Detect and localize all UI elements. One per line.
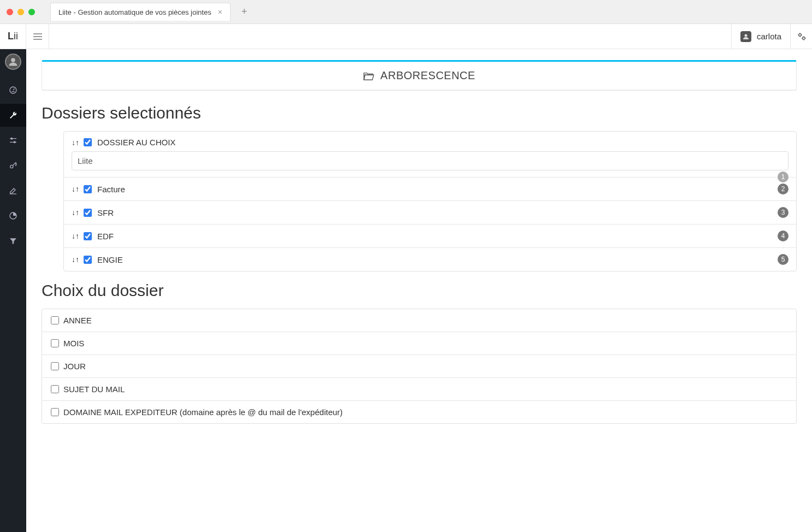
- folder-label: DOSSIER AU CHOIX: [97, 138, 175, 147]
- nav-settings[interactable]: [0, 104, 26, 127]
- choice-row: JOUR: [42, 355, 796, 378]
- username-label: carlota: [757, 32, 781, 41]
- sliders-icon: [9, 136, 17, 145]
- dashboard-icon: [9, 86, 17, 94]
- order-badge: 4: [778, 230, 789, 241]
- svg-point-6: [14, 141, 15, 143]
- svg-point-7: [10, 165, 13, 168]
- nav-keys[interactable]: [0, 154, 26, 177]
- arborescence-panel: ARBORESCENCE: [42, 60, 797, 91]
- user-menu[interactable]: carlota: [731, 24, 790, 49]
- list-row: ↓↑ Facture 2: [64, 178, 796, 201]
- choice-checkbox[interactable]: [51, 408, 59, 416]
- user-avatar-icon: [740, 31, 751, 42]
- choice-label: MOIS: [63, 339, 84, 348]
- pie-chart-icon: [9, 211, 17, 220]
- close-window-button[interactable]: [7, 9, 13, 15]
- settings-button[interactable]: [790, 24, 812, 49]
- choice-label: JOUR: [63, 362, 86, 371]
- folder-checkbox[interactable]: [84, 256, 92, 264]
- folder-checkbox[interactable]: [84, 209, 92, 217]
- choice-label: ANNEE: [63, 316, 92, 325]
- nav-edit[interactable]: [0, 179, 26, 202]
- sort-handle-icon[interactable]: ↓↑: [72, 138, 79, 147]
- main-content: ARBORESCENCE Dossiers selectionnés ↓↑ DO…: [26, 49, 812, 532]
- key-icon: [9, 161, 17, 170]
- topbar: Lii carlota: [0, 24, 812, 49]
- order-badge: 3: [778, 207, 789, 218]
- list-row-custom: ↓↑ DOSSIER AU CHOIX: [64, 132, 796, 151]
- custom-folder-input-row: 1: [64, 151, 796, 178]
- svg-point-5: [11, 138, 13, 139]
- folder-label: ENGIE: [97, 255, 123, 264]
- window-controls: [7, 9, 35, 15]
- hamburger-icon: [33, 33, 42, 40]
- choice-row: MOIS: [42, 332, 796, 355]
- folder-checkbox[interactable]: [84, 185, 92, 193]
- folder-open-icon: [363, 71, 375, 81]
- folder-label: Facture: [97, 185, 125, 194]
- svg-point-3: [11, 58, 15, 62]
- choice-checkbox[interactable]: [51, 316, 59, 324]
- close-tab-icon[interactable]: ×: [218, 8, 222, 16]
- sort-handle-icon[interactable]: ↓↑: [72, 208, 79, 217]
- selected-folders-list: ↓↑ DOSSIER AU CHOIX 1 ↓↑ Facture 2 ↓↑ SF…: [63, 131, 797, 271]
- list-row: ↓↑ ENGIE 5: [64, 248, 796, 271]
- sidebar-avatar[interactable]: [5, 54, 21, 70]
- browser-tab[interactable]: Liite - Gestion automatique de vos pièce…: [50, 3, 231, 21]
- svg-point-2: [802, 37, 805, 39]
- sort-handle-icon[interactable]: ↓↑: [72, 232, 79, 240]
- folder-label: EDF: [97, 232, 114, 241]
- sort-handle-icon[interactable]: ↓↑: [72, 185, 79, 193]
- choice-row: DOMAINE MAIL EXPEDITEUR (domaine après l…: [42, 401, 796, 423]
- minimize-window-button[interactable]: [17, 9, 24, 15]
- folder-label: SFR: [97, 208, 114, 217]
- maximize-window-button[interactable]: [28, 9, 35, 15]
- nav-sliders[interactable]: [0, 129, 26, 152]
- app-logo[interactable]: Lii: [0, 24, 26, 49]
- choice-label: SUJET DU MAIL: [63, 385, 125, 394]
- edit-icon: [9, 186, 17, 195]
- choice-row: SUJET DU MAIL: [42, 378, 796, 401]
- choice-row: ANNEE: [42, 309, 796, 332]
- new-tab-button[interactable]: +: [235, 6, 254, 17]
- folder-choice-list: ANNEE MOIS JOUR SUJET DU MAIL DOMAINE MA…: [42, 309, 797, 424]
- browser-chrome: Liite - Gestion automatique de vos pièce…: [0, 0, 812, 24]
- wrench-icon: [9, 111, 17, 120]
- choice-label: DOMAINE MAIL EXPEDITEUR (domaine après l…: [63, 407, 343, 417]
- nav-filter[interactable]: [0, 229, 26, 252]
- menu-toggle-button[interactable]: [26, 24, 49, 49]
- gears-icon: [797, 32, 807, 42]
- choice-checkbox[interactable]: [51, 385, 59, 393]
- sort-handle-icon[interactable]: ↓↑: [72, 255, 79, 264]
- list-row: ↓↑ SFR 3: [64, 201, 796, 224]
- nav-chart[interactable]: [0, 204, 26, 227]
- nav-dashboard[interactable]: [0, 79, 26, 102]
- panel-title: ARBORESCENCE: [380, 69, 475, 82]
- order-badge: 2: [778, 184, 789, 194]
- choice-title: Choix du dossier: [42, 281, 797, 300]
- folder-checkbox[interactable]: [84, 138, 92, 146]
- tab-title: Liite - Gestion automatique de vos pièce…: [58, 8, 211, 16]
- custom-folder-input[interactable]: [72, 151, 789, 170]
- selected-folders-title: Dossiers selectionnés: [42, 104, 797, 122]
- sidebar: [0, 49, 26, 532]
- svg-point-0: [744, 34, 747, 37]
- filter-icon: [9, 237, 17, 245]
- svg-point-1: [798, 33, 801, 36]
- list-row: ↓↑ EDF 4: [64, 224, 796, 248]
- folder-checkbox[interactable]: [84, 232, 92, 240]
- choice-checkbox[interactable]: [51, 362, 59, 370]
- order-badge: 5: [778, 254, 789, 265]
- panel-header: ARBORESCENCE: [42, 62, 796, 90]
- choice-checkbox[interactable]: [51, 339, 59, 347]
